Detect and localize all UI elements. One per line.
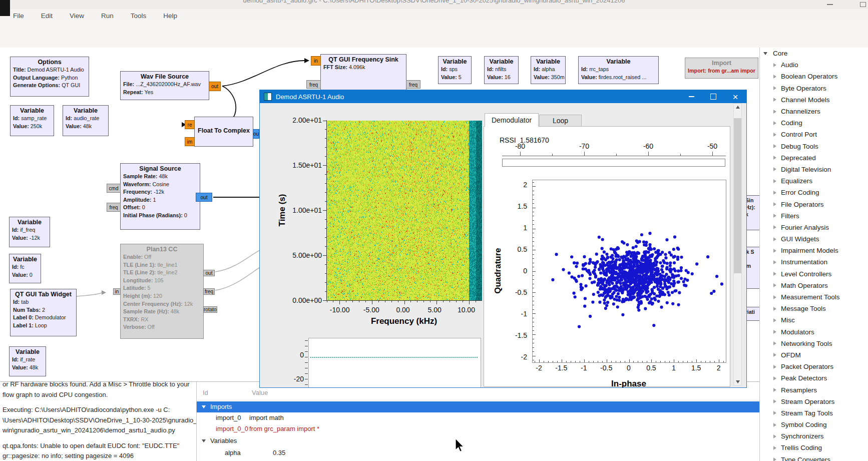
port-in[interactable]: in — [311, 56, 321, 66]
sidebar-item[interactable]: Stream Operators — [760, 396, 868, 407]
popup-titlebar[interactable]: Demod ASRTU-1 Audio × — [260, 90, 746, 103]
collapsed-triangle-icon[interactable] — [773, 399, 776, 403]
block-float-to-complex[interactable]: Float To Complex re im ou — [194, 117, 253, 147]
port-out-selected[interactable]: out — [196, 193, 212, 202]
port-in[interactable]: in — [113, 288, 121, 295]
sidebar-item[interactable]: Packet Operators — [760, 361, 868, 372]
sidebar-item[interactable]: Level Controllers — [760, 268, 868, 280]
tab-demodulator[interactable]: Demodulator — [485, 113, 539, 127]
collapsed-triangle-icon[interactable] — [773, 423, 776, 427]
port-cmd[interactable]: cmd — [107, 184, 121, 193]
sidebar-item[interactable]: Measurement Tools — [760, 291, 868, 303]
collapsed-triangle-icon[interactable] — [773, 260, 776, 264]
collapsed-triangle-icon[interactable] — [773, 283, 776, 287]
sidebar-item[interactable]: Filters — [760, 210, 868, 222]
scroll-down-icon[interactable] — [733, 378, 742, 386]
sidebar-item-core[interactable]: Core — [760, 48, 868, 59]
sidebar-item[interactable]: Instrumentation — [760, 256, 868, 268]
collapsed-triangle-icon[interactable] — [773, 376, 776, 380]
block-variable-rrc-taps[interactable]: Variable Id: rrc_tapsValue: firdes.root_… — [578, 56, 659, 84]
sidebar-item[interactable]: Digital Television — [760, 164, 868, 175]
block-qt-gui-tab-widget[interactable]: QT GUI Tab Widget Id: tabNum Tabs: 2Labe… — [10, 289, 77, 336]
collapsed-triangle-icon[interactable] — [773, 307, 776, 311]
sidebar-item[interactable]: Deprecated — [760, 152, 868, 164]
variables-section-row[interactable]: Variables — [197, 435, 759, 446]
block-signal-source[interactable]: Signal Source Sample Rate: 48kWaveform: … — [120, 163, 200, 230]
collapsed-triangle-icon[interactable] — [773, 133, 776, 137]
collapsed-triangle-icon[interactable] — [773, 167, 776, 171]
sidebar-item[interactable]: File Operators — [760, 198, 868, 210]
collapsed-triangle-icon[interactable] — [773, 121, 776, 125]
collapsed-triangle-icon[interactable] — [773, 411, 776, 415]
sidebar-item[interactable]: Symbol Coding — [760, 419, 868, 430]
expanded-triangle-icon[interactable] — [202, 405, 206, 408]
collapsed-triangle-icon[interactable] — [773, 75, 776, 79]
collapsed-triangle-icon[interactable] — [773, 353, 776, 357]
sidebar-item[interactable]: GUI Widgets — [760, 233, 868, 245]
port-out-selected[interactable]: ou — [253, 129, 259, 139]
imports-section-row[interactable]: Imports — [197, 401, 759, 412]
collapsed-triangle-icon[interactable] — [773, 365, 776, 369]
collapsed-triangle-icon[interactable] — [773, 388, 776, 392]
tab-loop[interactable]: Loop — [539, 115, 582, 127]
sidebar-item[interactable]: OFDM — [760, 349, 868, 361]
port-freq[interactable]: freq — [203, 288, 215, 295]
port-freq[interactable]: freq — [107, 203, 121, 212]
menu-item[interactable]: View — [70, 12, 84, 20]
popup-scrollbar-thumb[interactable] — [734, 118, 741, 273]
port-re[interactable]: re — [185, 120, 195, 129]
menu-item[interactable]: File — [13, 12, 24, 20]
block-variable-fc[interactable]: Variable Id: fcValue: 0 — [9, 254, 41, 283]
collapsed-triangle-icon[interactable] — [773, 330, 776, 334]
sidebar-item[interactable]: Modulators — [760, 326, 868, 338]
menu-item[interactable]: Tools — [131, 12, 147, 20]
sidebar-item[interactable]: Channel Models — [760, 94, 868, 106]
port-rotator[interactable]: rotator — [203, 306, 217, 313]
sidebar-item[interactable]: Debug Tools — [760, 141, 868, 152]
collapsed-triangle-icon[interactable] — [773, 457, 776, 461]
block-import[interactable]: Import Import: from gr...am impor — [685, 58, 758, 79]
collapsed-triangle-icon[interactable] — [773, 179, 776, 183]
import-row-error[interactable]: import_0_0 from grc_param import * — [197, 423, 759, 434]
alpha-row[interactable]: alpha 0.35 — [197, 447, 759, 458]
sidebar-item[interactable]: Stream Tag Tools — [760, 407, 868, 419]
sidebar-item[interactable]: Resamplers — [760, 384, 868, 395]
collapsed-triangle-icon[interactable] — [773, 225, 776, 229]
block-plan13-cc-disabled[interactable]: Plan13 CC Enable: OffTLE (Line 1): tle_l… — [120, 244, 204, 339]
port-freq[interactable]: freq — [406, 80, 420, 89]
block-wav-file-source[interactable]: Wav File Source File: ...Z_436202000Hz_A… — [120, 71, 209, 100]
sidebar-item[interactable]: Byte Operators — [760, 83, 868, 94]
sidebar-item[interactable]: Message Tools — [760, 303, 868, 314]
window-minimize-icon[interactable] — [827, 4, 833, 5]
sidebar-item[interactable]: Coding — [760, 117, 868, 129]
block-variable-if-rate[interactable]: Variable Id: if_rateValue: 48k — [9, 346, 46, 376]
port-out[interactable]: out — [209, 82, 221, 91]
port-out[interactable]: out — [203, 270, 215, 276]
collapsed-triangle-icon[interactable] — [773, 318, 776, 322]
collapsed-triangle-icon[interactable] — [773, 86, 776, 90]
expanded-triangle-icon[interactable] — [763, 52, 767, 55]
scroll-up-icon[interactable] — [733, 103, 742, 111]
popup-close-button[interactable]: × — [724, 90, 746, 103]
collapsed-triangle-icon[interactable] — [773, 237, 776, 241]
block-variable-if-freq[interactable]: Variable Id: if_freqValue: -12k — [9, 217, 50, 247]
collapsed-triangle-icon[interactable] — [773, 110, 776, 114]
block-variable-alpha[interactable]: Variable Id: alphaValue: 350m — [531, 56, 566, 84]
menu-item[interactable]: Edit — [41, 12, 53, 20]
block-options[interactable]: Options Title: Demod ASRTU-1 AudioOutput… — [10, 57, 89, 97]
port-im[interactable]: im — [185, 137, 195, 146]
collapsed-triangle-icon[interactable] — [773, 144, 776, 148]
collapsed-triangle-icon[interactable] — [773, 446, 776, 450]
block-qt-gui-frequency-sink[interactable]: QT GUI Frequency Sink FFT Size: 4.096k i… — [320, 54, 406, 92]
block-variable-nfilts[interactable]: Variable Id: nfiltsValue: 16 — [484, 56, 519, 84]
sidebar-item[interactable]: Math Operators — [760, 280, 868, 291]
collapsed-triangle-icon[interactable] — [773, 295, 776, 299]
sidebar-item[interactable]: Trellis Coding — [760, 442, 868, 453]
sidebar-item[interactable]: Error Coding — [760, 187, 868, 198]
collapsed-triangle-icon[interactable] — [773, 98, 776, 102]
block-variable-samp-rate[interactable]: Variable Id: samp_rateValue: 250k — [10, 105, 54, 136]
collapsed-triangle-icon[interactable] — [773, 214, 776, 218]
block-variable-audio-rate[interactable]: Variable Id: audio_rateValue: 48k — [63, 105, 109, 136]
popup-maximize-button[interactable] — [702, 90, 724, 103]
sidebar-item[interactable]: Impairment Models — [760, 245, 868, 256]
